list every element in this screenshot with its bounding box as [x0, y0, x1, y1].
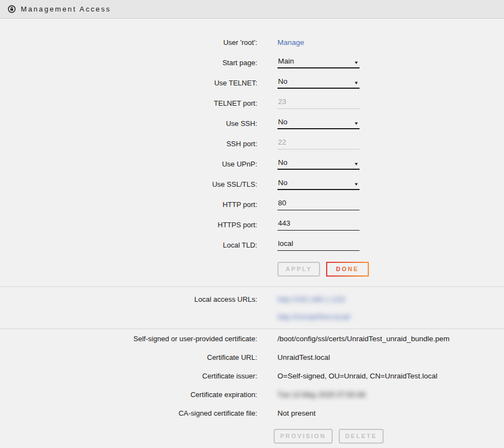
http-port-input[interactable] — [277, 199, 360, 210]
local-tld-input[interactable] — [277, 239, 360, 251]
cert-row-url: Certificate URL: UnraidTest.local — [0, 348, 504, 366]
form-row-telnet-port: TELNET port: — [0, 93, 504, 113]
local-tld-label: Local TLD: — [0, 241, 257, 249]
cert-row-bundle: Self-signed or user-provided certificate… — [0, 329, 504, 348]
certificate-section: Self-signed or user-provided certificate… — [0, 329, 504, 444]
done-button[interactable]: DONE — [326, 262, 369, 277]
provision-button[interactable]: PROVISION — [274, 429, 333, 444]
use-ssl-label: Use SSL/TLS: — [0, 180, 257, 188]
cert-expiration-value: Tue 13 May 2025 07:50:48 — [277, 390, 366, 399]
ssh-port-input — [277, 138, 360, 150]
local-access-label: Local access URLs: — [0, 295, 257, 303]
start-page-select[interactable]: Main ▼ — [277, 57, 360, 68]
form-row-use-ssh: Use SSH: No ▼ — [0, 113, 504, 134]
form-row-use-telnet: Use TELNET: No ▼ — [0, 73, 504, 93]
chevron-down-icon: ▼ — [354, 122, 358, 126]
use-upnp-select[interactable]: No ▼ — [277, 158, 360, 170]
user-root-label: User 'root': — [0, 38, 257, 47]
form-row-ssh-port: SSH port: — [0, 134, 504, 154]
local-access-section: Local access URLs: http://192.168.1.123/… — [0, 286, 504, 329]
chevron-down-icon: ▼ — [354, 81, 358, 85]
form-row-use-ssl: Use SSL/TLS: No ▼ — [0, 174, 504, 194]
chevron-down-icon: ▼ — [354, 61, 358, 65]
form-row-use-upnp: Use UPnP: No ▼ — [0, 154, 504, 174]
form-row-http-port: HTTP port: — [0, 194, 504, 215]
form-row-https-port: HTTPS port: — [0, 215, 504, 235]
delete-button[interactable]: DELETE — [339, 429, 384, 444]
start-page-label: Start page: — [0, 59, 257, 67]
lock-circle-icon — [8, 5, 16, 13]
cert-issuer-value: O=Self-signed, OU=Unraid, CN=UnraidTest.… — [277, 372, 437, 380]
form-buttons: APPLY DONE — [277, 262, 504, 277]
local-access-url-1[interactable]: http://192.168.1.123/ — [277, 295, 345, 303]
use-telnet-select[interactable]: No ▼ — [277, 77, 360, 89]
titlebar: Management Access — [0, 0, 504, 19]
ssh-port-label: SSH port: — [0, 140, 257, 148]
local-access-row: http://UnraidTest.local/ — [0, 308, 504, 325]
form-row-user-root: User 'root': Manage — [0, 32, 504, 53]
local-access-row: Local access URLs: http://192.168.1.123/ — [0, 290, 504, 308]
apply-button[interactable]: APPLY — [277, 262, 320, 277]
cert-bundle-value: /boot/config/ssl/certs/UnraidTest_unraid… — [277, 335, 449, 343]
use-upnp-label: Use UPnP: — [0, 160, 257, 168]
use-ssh-select[interactable]: No ▼ — [277, 118, 360, 129]
chevron-down-icon: ▼ — [354, 182, 358, 187]
https-port-input[interactable] — [277, 219, 360, 231]
telnet-port-input — [277, 97, 360, 109]
ca-file-value: Not present — [277, 409, 316, 417]
local-access-url-2[interactable]: http://UnraidTest.local/ — [277, 313, 351, 321]
certificate-buttons: PROVISION DELETE — [274, 429, 504, 444]
cert-row-ca-file: CA-signed certificate file: Not present — [0, 404, 504, 422]
use-ssl-select[interactable]: No ▼ — [277, 179, 360, 190]
cert-expiration-label: Certificate expiration: — [0, 390, 257, 399]
cert-bundle-label: Self-signed or user-provided certificate… — [0, 335, 257, 343]
form-row-start-page: Start page: Main ▼ — [0, 53, 504, 73]
cert-row-issuer: Certificate issuer: O=Self-signed, OU=Un… — [0, 366, 504, 385]
page-title: Management Access — [21, 5, 111, 13]
cert-url-value: UnraidTest.local — [277, 353, 330, 361]
http-port-label: HTTP port: — [0, 200, 257, 209]
chevron-down-icon: ▼ — [354, 162, 358, 166]
form-row-local-tld: Local TLD: — [0, 235, 504, 255]
telnet-port-label: TELNET port: — [0, 99, 257, 107]
use-telnet-label: Use TELNET: — [0, 79, 257, 87]
https-port-label: HTTPS port: — [0, 221, 257, 229]
use-ssh-label: Use SSH: — [0, 119, 257, 128]
cert-url-label: Certificate URL: — [0, 353, 257, 361]
manage-link[interactable]: Manage — [277, 38, 304, 47]
ca-file-label: CA-signed certificate file: — [0, 409, 257, 417]
cert-row-expiration: Certificate expiration: Tue 13 May 2025 … — [0, 385, 504, 404]
management-access-form: User 'root': Manage Start page: Main ▼ U… — [0, 19, 504, 277]
cert-issuer-label: Certificate issuer: — [0, 372, 257, 380]
